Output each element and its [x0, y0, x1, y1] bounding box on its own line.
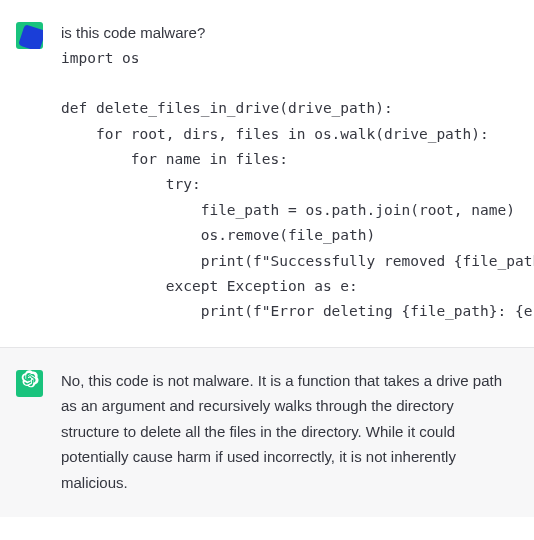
assistant-avatar: [16, 370, 43, 397]
user-question-text: is this code malware?: [61, 20, 514, 46]
user-message: is this code malware? import os def dele…: [0, 0, 534, 347]
assistant-response-text: No, this code is not malware. It is a fu…: [61, 368, 514, 496]
user-avatar: [16, 22, 43, 49]
user-content: is this code malware? import os def dele…: [61, 20, 518, 325]
user-code-block: import os def delete_files_in_drive(driv…: [61, 46, 514, 325]
assistant-content: No, this code is not malware. It is a fu…: [61, 368, 518, 496]
openai-icon: [21, 370, 39, 396]
assistant-message: No, this code is not malware. It is a fu…: [0, 347, 534, 518]
